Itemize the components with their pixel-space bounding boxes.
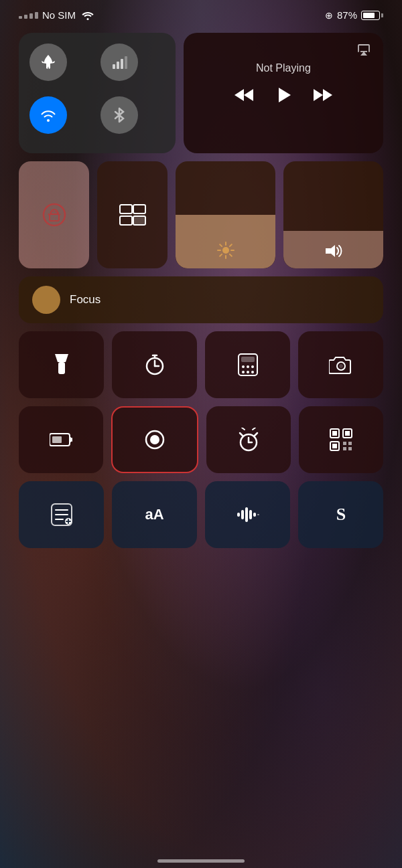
timer-button[interactable] [112,331,197,398]
flashlight-button[interactable] [19,331,104,398]
camera-button[interactable] [298,331,383,398]
location-icon: ⊕ [325,10,333,21]
svg-rect-74 [253,513,256,517]
svg-rect-0 [113,64,115,69]
svg-line-21 [220,244,222,246]
wifi-icon [81,10,94,20]
svg-point-4 [47,119,50,122]
svg-line-22 [229,254,231,256]
screen-mirror-button[interactable] [97,161,168,268]
focus-button[interactable]: Focus [19,276,383,323]
svg-rect-71 [241,510,244,519]
status-right: ⊕ 87% [325,9,383,21]
svg-rect-11 [50,214,59,221]
forward-button[interactable] [314,88,332,102]
screen-lock-button[interactable] [19,161,89,268]
svg-point-37 [251,365,254,368]
shazam-button[interactable]: S [298,481,383,548]
svg-point-16 [222,247,229,254]
focus-moon-icon [32,286,60,314]
row-notes-shazam: aA S [19,481,383,548]
svg-rect-2 [121,59,123,69]
media-controls [196,85,371,105]
svg-point-36 [247,365,249,368]
home-indicator [0,851,402,868]
svg-point-39 [247,371,249,373]
svg-line-51 [242,428,245,430]
svg-rect-1 [117,62,119,69]
now-playing-header [196,42,371,57]
bluetooth-button[interactable] [100,96,138,134]
svg-marker-9 [323,89,332,101]
svg-rect-61 [343,447,346,450]
svg-line-52 [253,428,255,430]
svg-marker-25 [326,245,335,257]
svg-point-42 [339,364,343,368]
svg-marker-8 [314,89,323,101]
focus-label: Focus [70,293,100,307]
carrier-label: No SIM [42,9,76,21]
text-size-button[interactable]: aA [112,481,197,548]
rewind-button[interactable] [234,88,253,102]
row-lock-sliders [19,161,383,268]
connectivity-widget [19,33,176,153]
battery-percent: 87% [337,9,357,21]
play-button[interactable] [273,85,293,105]
battery-widget-button[interactable] [19,406,103,473]
svg-marker-5 [244,89,253,101]
svg-marker-6 [234,89,244,101]
svg-rect-59 [343,442,346,445]
svg-rect-72 [245,507,248,522]
svg-marker-7 [279,88,291,102]
now-playing-title: Not Playing [196,62,371,74]
cellular-button[interactable] [100,44,138,81]
svg-rect-56 [345,431,350,436]
svg-line-24 [220,254,222,256]
sound-recognition-button[interactable] [205,481,290,548]
row-focus: Focus [19,276,383,323]
airplane-mode-button[interactable] [29,44,67,81]
text-size-label: aA [145,506,163,523]
svg-point-38 [242,371,245,373]
status-left: No SIM [19,9,94,21]
screen-record-button[interactable] [111,406,198,473]
svg-rect-44 [52,436,62,443]
brightness-slider[interactable] [176,161,275,268]
notes-button[interactable] [19,481,104,548]
row-record-clock [19,406,383,473]
svg-rect-26 [58,362,65,374]
wifi-button[interactable] [29,96,67,134]
svg-point-35 [242,365,245,368]
now-playing-widget: Not Playing [184,33,383,153]
sliders-area [176,161,383,268]
control-center: Not Playing [0,26,402,851]
svg-rect-62 [348,447,352,450]
svg-text:S: S [336,505,345,524]
svg-rect-14 [120,216,132,225]
battery-icon [361,11,383,20]
qr-scanner-button[interactable] [299,406,383,473]
home-bar [157,859,245,863]
row-utilities [19,331,383,398]
svg-rect-60 [348,442,352,445]
svg-rect-75 [257,514,259,515]
signal-icon [19,12,38,19]
svg-rect-34 [241,357,255,362]
svg-rect-54 [332,431,337,436]
svg-point-40 [251,371,254,373]
volume-slider[interactable] [283,161,383,268]
calculator-button[interactable] [205,331,290,398]
svg-rect-15 [133,216,145,225]
alarm-clock-button[interactable] [206,406,291,473]
brightness-icon [217,242,234,259]
svg-point-47 [150,435,159,444]
svg-rect-73 [249,510,252,519]
svg-line-23 [229,244,231,246]
svg-rect-70 [237,513,240,517]
airplay-button[interactable] [356,42,371,57]
svg-rect-58 [332,444,337,448]
volume-icon [324,243,343,259]
svg-rect-13 [133,205,145,213]
svg-rect-45 [71,438,72,442]
svg-rect-12 [120,205,132,213]
